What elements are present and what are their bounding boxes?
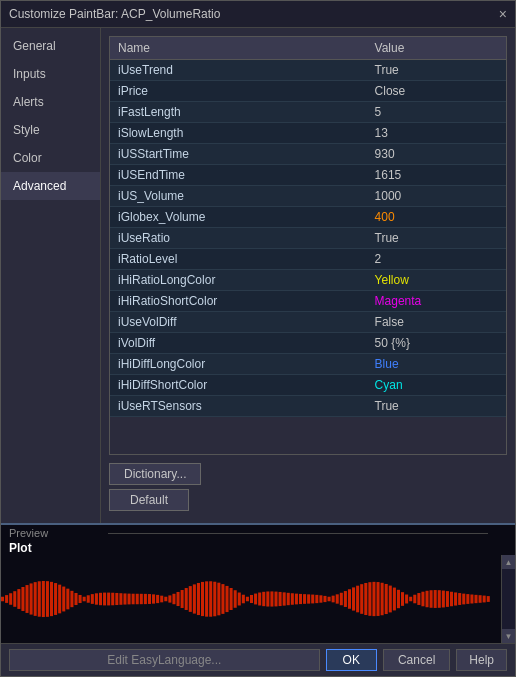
svg-rect-23 — [95, 593, 98, 604]
svg-rect-101 — [413, 595, 416, 604]
waveform-svg — [1, 555, 501, 643]
svg-rect-38 — [156, 595, 159, 603]
svg-rect-59 — [242, 595, 245, 604]
svg-rect-46 — [189, 586, 192, 612]
svg-rect-5 — [21, 587, 24, 611]
action-buttons: Dictionary... Default — [109, 455, 507, 515]
plot-canvas — [1, 555, 501, 643]
svg-rect-25 — [103, 593, 106, 606]
svg-rect-76 — [311, 595, 314, 604]
parameters-table-container[interactable]: Name Value iUseTrendTrueiPriceCloseiFast… — [109, 36, 507, 455]
svg-rect-75 — [307, 594, 310, 603]
svg-rect-21 — [87, 595, 90, 602]
main-content: GeneralInputsAlertsStyleColorAdvanced Na… — [1, 28, 515, 523]
svg-rect-95 — [389, 586, 392, 613]
svg-rect-40 — [164, 597, 167, 602]
svg-rect-88 — [360, 584, 363, 614]
table-row[interactable]: iHiDiffShortColorCyan — [110, 375, 506, 396]
svg-rect-35 — [144, 594, 147, 604]
sidebar-item-advanced[interactable]: Advanced — [1, 172, 100, 200]
sidebar: GeneralInputsAlertsStyleColorAdvanced — [1, 28, 101, 523]
svg-rect-15 — [62, 587, 65, 612]
svg-rect-82 — [336, 594, 339, 603]
table-row[interactable]: iGlobex_Volume400 — [110, 207, 506, 228]
svg-rect-33 — [136, 594, 139, 604]
ok-button[interactable]: OK — [326, 649, 377, 671]
svg-rect-12 — [50, 582, 53, 616]
svg-rect-58 — [238, 593, 241, 606]
svg-rect-30 — [123, 593, 126, 604]
table-row[interactable]: iRatioLevel2 — [110, 249, 506, 270]
cancel-button[interactable]: Cancel — [383, 649, 450, 671]
table-row[interactable]: iVolDiff50 {%} — [110, 333, 506, 354]
svg-rect-41 — [168, 595, 171, 602]
sidebar-item-color[interactable]: Color — [1, 144, 100, 172]
svg-rect-102 — [417, 593, 420, 605]
svg-rect-110 — [450, 592, 453, 606]
edit-easylanguage-button[interactable]: Edit EasyLanguage... — [9, 649, 320, 671]
svg-rect-44 — [181, 590, 184, 608]
main-window: Customize PaintBar: ACP_VolumeRatio × Ge… — [0, 0, 516, 677]
svg-rect-11 — [46, 581, 49, 617]
svg-rect-13 — [54, 583, 57, 615]
table-row[interactable]: iHiRatioLongColorYellow — [110, 270, 506, 291]
sidebar-item-style[interactable]: Style — [1, 116, 100, 144]
svg-rect-31 — [128, 594, 131, 605]
svg-rect-84 — [344, 591, 347, 607]
svg-rect-116 — [474, 595, 477, 603]
close-button[interactable]: × — [499, 6, 507, 22]
table-row[interactable]: iUS_Volume1000 — [110, 186, 506, 207]
svg-rect-50 — [205, 581, 208, 616]
svg-rect-109 — [446, 591, 449, 607]
table-row[interactable]: iHiDiffLongColorBlue — [110, 354, 506, 375]
scrollbar-down-button[interactable]: ▼ — [502, 629, 515, 643]
table-row[interactable]: iUSStartTime930 — [110, 144, 506, 165]
sidebar-item-general[interactable]: General — [1, 32, 100, 60]
dictionary-button[interactable]: Dictionary... — [109, 463, 201, 485]
svg-rect-79 — [323, 596, 326, 602]
svg-rect-26 — [107, 593, 110, 606]
svg-rect-53 — [217, 583, 220, 616]
window-title: Customize PaintBar: ACP_VolumeRatio — [9, 7, 220, 21]
table-row[interactable]: iPriceClose — [110, 81, 506, 102]
svg-rect-97 — [397, 590, 400, 608]
svg-rect-47 — [193, 584, 196, 613]
svg-rect-60 — [246, 597, 249, 602]
table-row[interactable]: iHiRatioShortColorMagenta — [110, 291, 506, 312]
svg-rect-48 — [197, 583, 200, 615]
table-row[interactable]: iUseVolDiffFalse — [110, 312, 506, 333]
svg-rect-74 — [303, 594, 306, 604]
table-row[interactable]: iUseRatioTrue — [110, 228, 506, 249]
table-row[interactable]: iUSEndTime1615 — [110, 165, 506, 186]
sidebar-item-inputs[interactable]: Inputs — [1, 60, 100, 88]
svg-rect-114 — [466, 594, 469, 604]
scrollbar-up-button[interactable]: ▲ — [502, 555, 515, 569]
table-row[interactable]: iSlowLength13 — [110, 123, 506, 144]
svg-rect-45 — [185, 588, 188, 610]
svg-rect-108 — [442, 591, 445, 608]
svg-rect-107 — [438, 590, 441, 608]
default-button[interactable]: Default — [109, 489, 189, 511]
svg-rect-61 — [250, 595, 253, 603]
svg-rect-4 — [17, 589, 20, 609]
svg-rect-104 — [425, 591, 428, 607]
svg-rect-70 — [287, 593, 290, 605]
svg-rect-18 — [74, 593, 77, 605]
table-row[interactable]: iUseRTSensorsTrue — [110, 396, 506, 417]
plot-label: Plot — [9, 541, 32, 555]
preview-section: Preview Plot ▲ ▼ — [1, 523, 515, 643]
svg-rect-28 — [115, 593, 118, 605]
svg-rect-39 — [160, 596, 163, 603]
svg-rect-83 — [340, 593, 343, 605]
svg-rect-36 — [148, 594, 151, 604]
svg-rect-54 — [221, 584, 224, 614]
sidebar-item-alerts[interactable]: Alerts — [1, 88, 100, 116]
svg-rect-99 — [405, 595, 408, 604]
svg-rect-29 — [119, 593, 122, 605]
help-button[interactable]: Help — [456, 649, 507, 671]
table-row[interactable]: iUseTrendTrue — [110, 60, 506, 81]
plot-scrollbar: ▲ ▼ — [501, 555, 515, 643]
table-row[interactable]: iFastLength5 — [110, 102, 506, 123]
scrollbar-track — [502, 569, 515, 629]
svg-rect-92 — [377, 582, 380, 616]
